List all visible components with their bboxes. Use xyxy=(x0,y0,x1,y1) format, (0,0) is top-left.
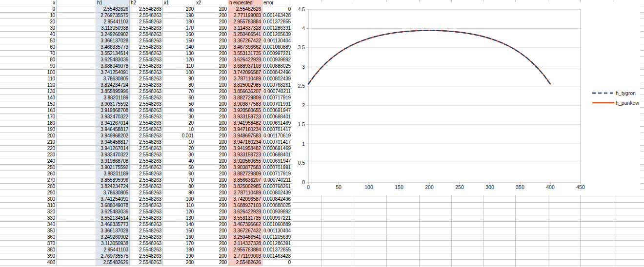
cell[interactable]: 0.001286391 xyxy=(262,241,292,247)
cell[interactable] xyxy=(57,127,96,133)
cell[interactable]: 210 xyxy=(0,139,57,146)
cell[interactable]: 2.5548263 xyxy=(130,215,163,222)
cell[interactable]: 3.553131735 xyxy=(228,51,262,57)
cell[interactable] xyxy=(57,253,96,260)
cell[interactable]: 70 xyxy=(163,89,195,95)
cell[interactable]: 0.000997221 xyxy=(262,51,292,57)
cell[interactable]: 2.5548263 xyxy=(130,82,163,89)
cell[interactable]: 110 xyxy=(0,76,57,82)
cell[interactable] xyxy=(57,171,96,177)
cell[interactable]: 0.000691469 xyxy=(262,146,292,152)
cell[interactable]: 3.113050938 xyxy=(96,241,130,247)
cell[interactable] xyxy=(57,108,96,114)
cell[interactable]: 60 xyxy=(163,171,195,177)
cell[interactable]: 200 xyxy=(195,51,228,57)
cell[interactable]: 2.5548263 xyxy=(130,89,163,95)
cell[interactable]: 3.367267432 xyxy=(228,228,262,234)
cell[interactable] xyxy=(57,13,96,19)
cell[interactable] xyxy=(57,184,96,190)
cell[interactable]: 200 xyxy=(195,89,228,95)
cell[interactable]: 330 xyxy=(0,215,57,222)
cell[interactable] xyxy=(57,165,96,171)
cell[interactable] xyxy=(57,32,96,38)
cell[interactable]: 3.920560655 xyxy=(228,158,262,165)
cell[interactable]: 100 xyxy=(0,70,57,76)
cell[interactable]: 30 xyxy=(0,25,57,32)
cell[interactable]: 250 xyxy=(0,165,57,171)
cell[interactable]: 3.824234724 xyxy=(96,184,130,190)
cell[interactable]: 150 xyxy=(163,38,195,44)
cell[interactable] xyxy=(57,133,96,139)
cell[interactable] xyxy=(57,241,96,247)
cell[interactable]: 2.5548263 xyxy=(130,63,163,70)
cell[interactable]: 3.552134514 xyxy=(96,215,130,222)
cell[interactable]: 3.947160234 xyxy=(228,139,262,146)
cell[interactable]: 2.5548263 xyxy=(130,101,163,108)
cell[interactable]: 200 xyxy=(195,95,228,101)
cell[interactable]: 200 xyxy=(195,19,228,25)
cell[interactable]: 0.001130404 xyxy=(262,38,292,44)
cell[interactable]: 2.5548263 xyxy=(130,158,163,165)
cell[interactable]: 170 xyxy=(163,25,195,32)
cell[interactable]: 70 xyxy=(0,51,57,57)
cell[interactable]: 3.78630805 xyxy=(96,76,130,82)
cell[interactable]: 3.366137028 xyxy=(96,228,130,234)
cell[interactable]: 3.855895996 xyxy=(96,89,130,95)
cell[interactable]: 200 xyxy=(195,82,228,89)
cell[interactable]: 0.000768261 xyxy=(262,184,292,190)
cell[interactable]: 2.771199003 xyxy=(228,13,262,19)
cell[interactable]: 200 xyxy=(195,196,228,203)
cell[interactable] xyxy=(57,139,96,146)
cell[interactable]: 3.249260902 xyxy=(96,234,130,241)
cell[interactable]: 30 xyxy=(163,152,195,158)
cell[interactable]: 200 xyxy=(195,215,228,222)
cell[interactable]: 2.55482626 xyxy=(228,6,262,13)
cell[interactable]: 200 xyxy=(195,247,228,253)
cell[interactable]: 200 xyxy=(195,101,228,108)
cell[interactable] xyxy=(57,51,96,57)
cell[interactable]: 50 xyxy=(163,101,195,108)
cell[interactable] xyxy=(57,177,96,184)
cell[interactable]: 200 xyxy=(195,146,228,152)
cell[interactable]: 3.688937103 xyxy=(228,63,262,70)
cell[interactable]: 270 xyxy=(0,177,57,184)
cell[interactable]: 3.626422928 xyxy=(228,209,262,215)
cell[interactable]: 160 xyxy=(163,32,195,38)
cell[interactable]: 0.001205639 xyxy=(262,32,292,38)
cell[interactable]: 2.5548263 xyxy=(130,196,163,203)
cell[interactable] xyxy=(57,95,96,101)
cell[interactable]: 170 xyxy=(0,114,57,120)
cell[interactable]: 2.5548263 xyxy=(130,76,163,82)
cell[interactable]: 200 xyxy=(195,25,228,32)
cell[interactable]: 3.742096587 xyxy=(228,196,262,203)
cell[interactable]: 100 xyxy=(163,196,195,203)
cell[interactable]: 140 xyxy=(163,222,195,228)
cell[interactable]: 2.5548263 xyxy=(130,51,163,57)
cell[interactable]: 2.5548263 xyxy=(130,241,163,247)
cell[interactable]: 0.000691947 xyxy=(262,158,292,165)
cell[interactable] xyxy=(57,82,96,89)
cell[interactable]: 200 xyxy=(195,44,228,51)
cell[interactable] xyxy=(57,70,96,76)
cell[interactable]: 220 xyxy=(0,146,57,152)
cell[interactable]: 2.5548263 xyxy=(130,120,163,127)
cell[interactable]: 2.5548263 xyxy=(130,222,163,228)
cell[interactable]: 2.955783884 xyxy=(228,247,262,253)
cell[interactable]: 3.933158723 xyxy=(228,152,262,158)
cell[interactable] xyxy=(57,234,96,241)
cell[interactable]: 3.552134514 xyxy=(96,51,130,57)
cell[interactable]: 3.688937103 xyxy=(228,203,262,209)
cell[interactable]: 3.932470322 xyxy=(96,152,130,158)
cell[interactable]: 40 xyxy=(163,108,195,114)
cell[interactable] xyxy=(57,89,96,95)
chart[interactable]: 00.511.522.533.544.505010015020025030035… xyxy=(292,2,641,195)
cell[interactable]: 200 xyxy=(195,171,228,177)
cell[interactable]: 2.5548263 xyxy=(130,190,163,196)
cell[interactable]: 310 xyxy=(0,203,57,209)
cell[interactable]: 2.5548263 xyxy=(130,133,163,139)
cell[interactable]: 200 xyxy=(195,190,228,196)
cell[interactable]: 3.903175592 xyxy=(96,101,130,108)
cell[interactable]: 0 xyxy=(0,6,57,13)
cell[interactable]: 0 xyxy=(262,6,292,13)
cell[interactable]: 3.113050938 xyxy=(96,25,130,32)
